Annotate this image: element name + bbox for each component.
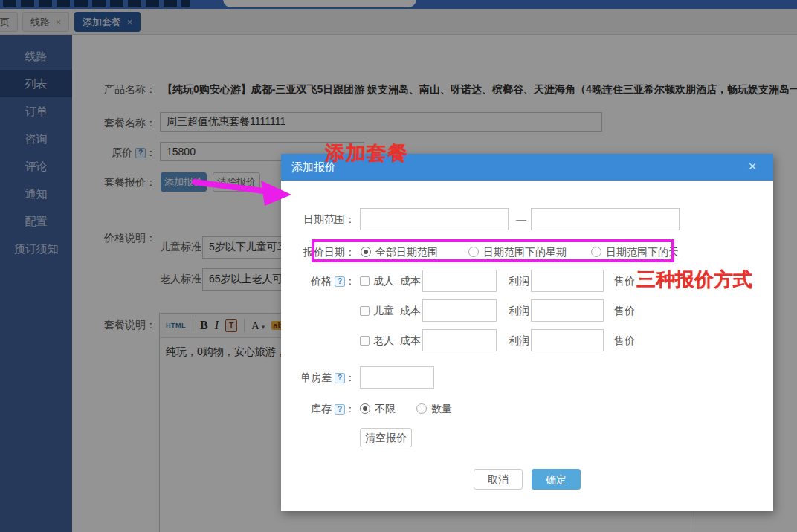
sale-price-label: 售价 [614, 334, 635, 348]
stock-label: 库存 ?： [281, 403, 355, 416]
clear-quotes-button[interactable]: 清空报价 [360, 428, 412, 447]
checkbox-icon [360, 336, 370, 346]
single-room-label: 单房差 ?： [281, 372, 355, 385]
child-cost-input[interactable] [422, 299, 497, 322]
cost-label: 成本 [400, 275, 421, 288]
help-icon[interactable]: ? [335, 404, 345, 415]
price-label: 价格 ?： [281, 275, 355, 288]
child-profit-input[interactable] [531, 299, 604, 322]
radio-icon [416, 403, 427, 414]
cost-label: 成本 [400, 334, 421, 348]
profit-label: 利润 [509, 334, 529, 348]
senior-cost-input[interactable] [422, 329, 497, 351]
date-range-end-input[interactable] [531, 208, 680, 230]
checkbox-icon [360, 306, 370, 316]
annotation-add-package: 添加套餐 [325, 140, 408, 166]
senior-checkbox[interactable]: 老人 [360, 334, 394, 348]
sale-price-label: 售价 [614, 305, 635, 318]
adult-cost-input[interactable] [422, 270, 497, 292]
cost-label: 成本 [400, 305, 421, 318]
help-icon[interactable]: ? [335, 373, 345, 383]
radio-selected-icon [360, 403, 370, 414]
date-range-dash: — [516, 213, 526, 225]
adult-profit-input[interactable] [531, 270, 604, 292]
checkbox-icon [360, 276, 370, 286]
annotation-three-quote-ways: 三种报价方式 [636, 267, 752, 293]
add-quote-modal: 添加报价 × 日期范围： — 报价日期： 全部日期范围 日期范围下的星期 日期范… [281, 154, 773, 511]
radio-stock-unlimited[interactable]: 不限 [360, 403, 396, 416]
radio-stock-quantity[interactable]: 数量 [416, 403, 452, 416]
help-icon[interactable]: ? [335, 276, 345, 287]
annotation-highlight-box [312, 239, 674, 262]
child-checkbox[interactable]: 儿童 [360, 305, 394, 318]
profit-label: 利润 [509, 275, 529, 288]
date-range-start-input[interactable] [360, 208, 509, 230]
senior-profit-input[interactable] [531, 329, 604, 351]
sale-price-label: 售价 [614, 275, 635, 288]
cancel-button[interactable]: 取消 [474, 469, 523, 490]
confirm-button[interactable]: 确定 [532, 469, 581, 490]
screen: 页 线路× 添加套餐× 线路 列表 订单 咨询 评论 通知 配置 预订须知 产品… [0, 0, 797, 532]
single-room-input[interactable] [360, 366, 434, 389]
profit-label: 利润 [509, 305, 529, 318]
adult-checkbox[interactable]: 成人 [360, 275, 394, 288]
close-icon[interactable]: × [742, 154, 763, 181]
date-range-label: 日期范围： [281, 213, 355, 227]
